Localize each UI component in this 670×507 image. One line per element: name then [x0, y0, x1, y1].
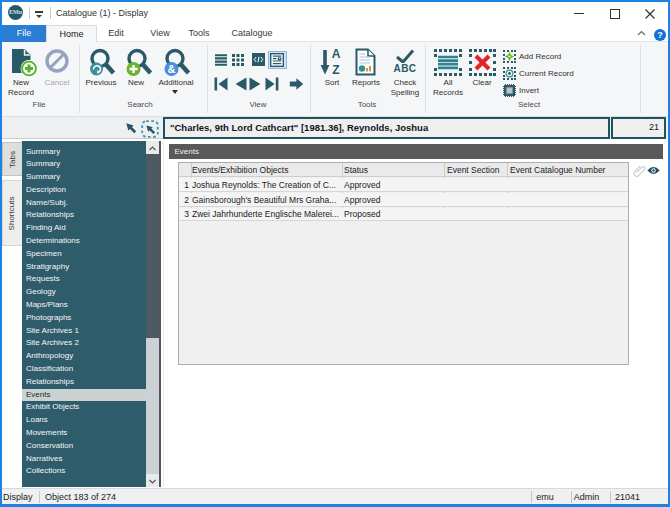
- svg-text:A: A: [332, 48, 341, 61]
- svg-text:&: &: [168, 63, 176, 75]
- svg-text:Z: Z: [332, 63, 339, 76]
